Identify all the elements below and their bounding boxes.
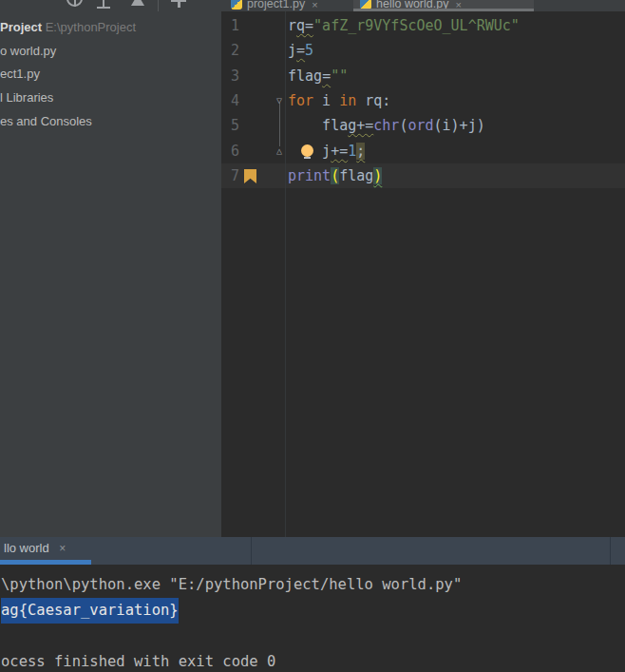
console-line[interactable]: \python\python.exe "E:/pythonProject/hel… xyxy=(1,572,462,598)
code-text: j=5 xyxy=(288,38,313,63)
fold-marker-icon[interactable]: △ xyxy=(273,139,286,163)
code-text: for i in rq: xyxy=(288,88,390,113)
close-icon[interactable]: × xyxy=(59,542,66,555)
python-file-icon xyxy=(231,0,242,10)
line-number[interactable]: 6 xyxy=(221,139,239,163)
tab-project1-py[interactable]: project1.py × xyxy=(224,0,351,11)
line-number[interactable]: 5 xyxy=(221,113,239,138)
update-circle-icon[interactable] xyxy=(66,0,83,7)
active-tab-underline xyxy=(353,9,534,11)
code-line-6[interactable]: 6△ j+=1; xyxy=(221,139,625,163)
tab-label: project1.py xyxy=(247,0,305,10)
line-number[interactable]: 4 xyxy=(221,88,239,113)
code-line-2[interactable]: 2j=5 xyxy=(221,38,625,63)
code-text: print(flag) xyxy=(288,163,382,188)
bookmark-icon[interactable] xyxy=(244,169,256,183)
console-line[interactable] xyxy=(1,624,9,649)
run-tab-label: llo world xyxy=(4,541,49,555)
toolbar-separator xyxy=(158,0,159,11)
code-text: j+=1; xyxy=(288,139,365,163)
code-text: rq="afZ_r9VYfScOeO_UL^RWUc" xyxy=(288,13,520,38)
collapse-up-icon[interactable] xyxy=(131,0,144,6)
header-divider xyxy=(610,537,611,565)
pull-down-icon[interactable] xyxy=(97,0,110,9)
project-item[interactable]: ect1.py xyxy=(0,63,221,86)
line-number[interactable]: 2 xyxy=(221,38,239,63)
code-line-3[interactable]: 3flag="" xyxy=(221,64,625,88)
header-divider xyxy=(251,537,252,565)
top-strip: project1.py × hello world.py × xyxy=(0,0,625,11)
run-tab-active-underline xyxy=(0,560,91,565)
code-line-7[interactable]: 7print(flag) xyxy=(221,163,625,188)
console-line[interactable]: ag{Caesar_variation} xyxy=(1,598,179,624)
project-item[interactable]: o world.py xyxy=(0,40,221,63)
code-line-5[interactable]: 5 flag+=chr(ord(i)+j) xyxy=(221,113,625,138)
console-line[interactable]: ocess finished with exit code 0 xyxy=(1,649,275,672)
add-plus-icon[interactable] xyxy=(171,0,186,8)
run-tab-hello-world[interactable]: llo world × xyxy=(4,537,66,560)
code-line-1[interactable]: 1rq="afZ_r9VYfScOeO_UL^RWUc" xyxy=(221,13,625,38)
code-text: flag="" xyxy=(288,64,348,88)
project-item[interactable]: Project E:\pythonProject xyxy=(0,16,221,39)
project-tree: Project E:\pythonProjecto world.pyect1.p… xyxy=(0,11,221,537)
code-line-4[interactable]: 4▽for i in rq: xyxy=(221,88,625,113)
console-output[interactable]: \python\python.exe "E:/pythonProject/hel… xyxy=(0,565,625,672)
project-item[interactable]: es and Consoles xyxy=(0,110,221,133)
code-editor[interactable]: 1rq="afZ_r9VYfScOeO_UL^RWUc"2j=53flag=""… xyxy=(221,11,625,537)
close-icon[interactable]: × xyxy=(312,0,317,10)
line-number[interactable]: 1 xyxy=(221,13,239,38)
line-number[interactable]: 7 xyxy=(221,163,239,188)
code-text: flag+=chr(ord(i)+j) xyxy=(288,113,485,138)
project-item[interactable]: l Libraries xyxy=(0,86,221,109)
line-number[interactable]: 3 xyxy=(221,64,239,88)
run-toolwindow-header: llo world × xyxy=(0,537,625,565)
fold-marker-icon[interactable]: ▽ xyxy=(273,88,286,113)
